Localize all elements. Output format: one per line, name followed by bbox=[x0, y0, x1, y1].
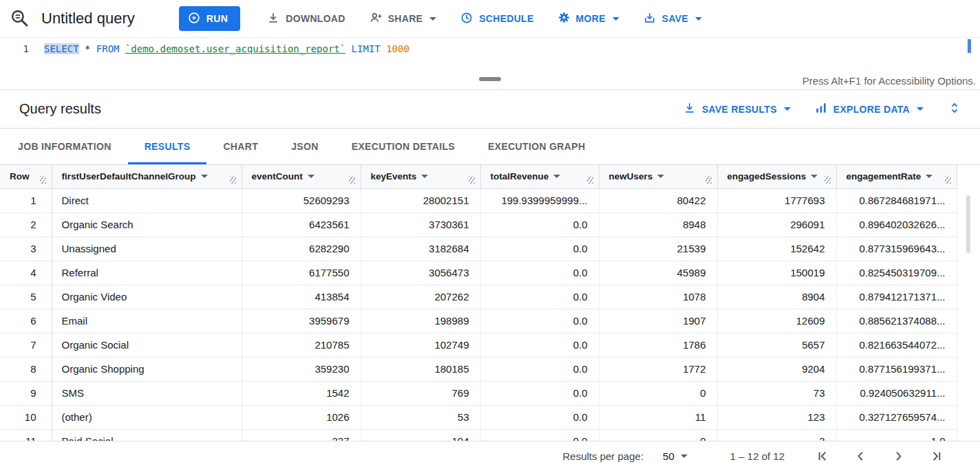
key-events-cell: 180185 bbox=[361, 357, 480, 381]
share-dropdown-caret-icon bbox=[429, 17, 436, 21]
pagination-range: 1 – 12 of 12 bbox=[730, 450, 785, 462]
explore-data-button[interactable]: EXPLORE DATA bbox=[814, 101, 924, 117]
explore-chart-icon bbox=[814, 101, 828, 117]
event-count-cell: 210785 bbox=[242, 333, 361, 357]
table-scrollbar[interactable] bbox=[966, 195, 970, 253]
column-menu-caret-icon[interactable] bbox=[308, 175, 315, 178]
key-events-cell: 207262 bbox=[361, 285, 480, 309]
new-users-cell: 0 bbox=[599, 381, 717, 405]
editor-scrollbar[interactable] bbox=[968, 39, 971, 53]
query-results-title: Query results bbox=[19, 101, 101, 117]
results-per-page-select[interactable]: 50 bbox=[663, 450, 688, 462]
first-page-icon bbox=[815, 448, 831, 464]
column-menu-caret-icon[interactable] bbox=[421, 175, 428, 178]
column-menu-caret-icon[interactable] bbox=[926, 175, 933, 178]
column-resize-handle[interactable] bbox=[349, 176, 355, 184]
next-page-button[interactable] bbox=[891, 448, 906, 464]
person-add-icon bbox=[369, 11, 383, 27]
row-number-cell: 11 bbox=[0, 429, 52, 441]
table-header-row: Row firstUserDefaultChannelGroup bbox=[0, 165, 957, 188]
more-button[interactable]: MORE bbox=[549, 6, 628, 31]
column-header-label: engagedSessions bbox=[727, 171, 807, 182]
column-header-label: totalRevenue bbox=[491, 171, 549, 182]
key-events-cell: 102749 bbox=[361, 333, 480, 357]
table-row: 2 Organic Search 6423561 3730361 0.0 894… bbox=[0, 212, 957, 237]
column-menu-caret-icon[interactable] bbox=[201, 175, 208, 178]
sql-limit-keyword: LIMIT bbox=[352, 43, 381, 54]
tab-chart[interactable]: CHART bbox=[206, 129, 275, 164]
pane-resize-handle[interactable] bbox=[479, 77, 501, 81]
save-results-button[interactable]: SAVE RESULTS bbox=[683, 101, 791, 117]
event-count-cell: 359230 bbox=[242, 357, 361, 381]
engagement-rate-cell: 0.924050632911... bbox=[836, 381, 957, 405]
column-header-label: engagementRate bbox=[846, 171, 922, 182]
first-page-button[interactable] bbox=[815, 448, 831, 464]
sql-editor[interactable]: 1 SELECT*FROM`demo.demoset.user_acquisit… bbox=[0, 38, 980, 72]
column-resize-handle[interactable] bbox=[945, 176, 951, 184]
row-number-cell: 2 bbox=[0, 212, 52, 237]
share-button[interactable]: SHARE bbox=[361, 6, 445, 31]
column-resize-handle[interactable] bbox=[587, 176, 593, 184]
splitter-row: Press Alt+F1 for Accessibility Options. bbox=[0, 72, 980, 90]
run-button[interactable]: RUN bbox=[179, 6, 241, 31]
column-resize-handle[interactable] bbox=[40, 176, 46, 184]
event-count-cell: 6423561 bbox=[242, 212, 361, 237]
line-number-gutter: 1 bbox=[0, 38, 44, 72]
save-results-download-icon bbox=[683, 101, 696, 117]
row-number-cell: 6 bbox=[0, 309, 52, 333]
row-number-cell: 9 bbox=[0, 381, 52, 405]
new-users-cell: 80422 bbox=[599, 188, 717, 212]
table-row: 7 Organic Social 210785 102749 0.0 1786 … bbox=[0, 333, 957, 357]
column-resize-handle[interactable] bbox=[705, 176, 712, 184]
table-header: Row firstUserDefaultChannelGroup bbox=[0, 165, 957, 188]
total-revenue-cell: 0.0 bbox=[480, 405, 599, 429]
tab-results[interactable]: RESULTS bbox=[128, 129, 207, 164]
event-count-cell: 1026 bbox=[242, 405, 361, 429]
engagement-rate-cell: 0.877156199371... bbox=[836, 357, 957, 381]
column-resize-handle[interactable] bbox=[824, 176, 831, 184]
last-page-button[interactable] bbox=[928, 448, 944, 464]
save-dropdown-caret-icon bbox=[695, 17, 702, 21]
total-revenue-cell: 0.0 bbox=[480, 285, 599, 309]
unfold-icon bbox=[947, 100, 962, 118]
schedule-button[interactable]: SCHEDULE bbox=[451, 6, 542, 31]
chevron-left-icon bbox=[853, 448, 869, 464]
column-header: engagementRate bbox=[836, 165, 957, 188]
chevron-right-icon bbox=[891, 448, 906, 464]
last-page-icon bbox=[928, 448, 944, 464]
column-resize-handle[interactable] bbox=[469, 176, 475, 184]
sql-table-reference[interactable]: `demo.demoset.user_acquisition_report` bbox=[125, 43, 345, 54]
new-users-cell: 21539 bbox=[599, 237, 717, 261]
engaged-sessions-cell: 152642 bbox=[717, 237, 836, 261]
engaged-sessions-cell: 9204 bbox=[717, 357, 836, 381]
table-body: 1 Direct 52609293 28002151 199.939995999… bbox=[0, 188, 957, 441]
sql-code-line[interactable]: SELECT*FROM`demo.demoset.user_acquisitio… bbox=[44, 38, 409, 72]
event-count-cell: 1542 bbox=[242, 381, 361, 405]
tab-json[interactable]: JSON bbox=[275, 129, 335, 164]
channel-group-cell: Organic Social bbox=[52, 333, 242, 357]
expand-panel-button[interactable] bbox=[947, 100, 962, 118]
column-menu-caret-icon[interactable] bbox=[553, 175, 560, 178]
tab-execution-graph[interactable]: EXECUTION GRAPH bbox=[471, 129, 601, 164]
previous-page-button[interactable] bbox=[853, 448, 869, 464]
save-results-caret-icon bbox=[784, 107, 791, 111]
total-revenue-cell: 0.0 bbox=[480, 237, 599, 261]
download-button[interactable]: DOWNLOAD bbox=[258, 6, 353, 31]
column-menu-caret-icon[interactable] bbox=[811, 175, 818, 178]
results-tabs: JOB INFORMATION RESULTS CHART JSON EXECU… bbox=[0, 129, 980, 165]
sql-star: * bbox=[85, 43, 90, 54]
total-revenue-cell: 0.0 bbox=[480, 429, 599, 441]
event-count-cell: 6282290 bbox=[242, 237, 361, 261]
engaged-sessions-cell: 73 bbox=[717, 381, 836, 405]
channel-group-cell: Unassigned bbox=[52, 237, 242, 261]
key-events-cell: 769 bbox=[361, 381, 480, 405]
event-count-cell: 337 bbox=[242, 429, 361, 441]
query-results-header: Query results SAVE RESULTS EXPLORE DATA bbox=[0, 90, 980, 129]
new-users-cell: 1078 bbox=[599, 285, 717, 309]
tab-execution-details[interactable]: EXECUTION DETAILS bbox=[335, 129, 471, 164]
column-resize-handle[interactable] bbox=[230, 176, 236, 184]
table-row: 5 Organic Video 413854 207262 0.0 1078 8… bbox=[0, 285, 957, 309]
column-menu-caret-icon[interactable] bbox=[657, 175, 664, 178]
tab-job-information[interactable]: JOB INFORMATION bbox=[1, 129, 128, 164]
save-button[interactable]: SAVE bbox=[635, 6, 710, 31]
